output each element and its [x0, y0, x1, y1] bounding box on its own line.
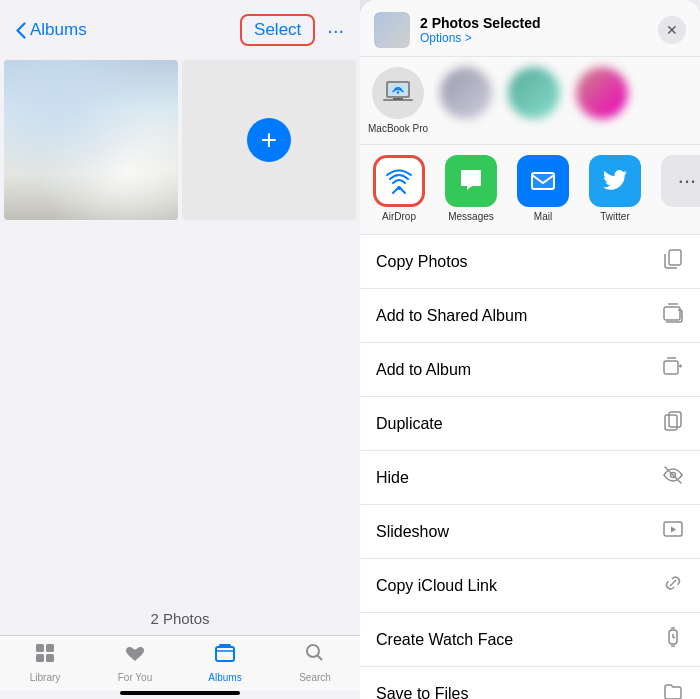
messages-icon	[445, 155, 497, 207]
tab-albums-label: Albums	[208, 672, 241, 683]
action-add-shared[interactable]: Add to Shared Album	[360, 289, 700, 343]
contact-person2[interactable]	[504, 67, 564, 134]
create-watch-icon	[662, 626, 684, 653]
action-copy-icloud[interactable]: Copy iCloud Link	[360, 559, 700, 613]
home-indicator	[120, 691, 240, 695]
add-album-icon	[662, 356, 684, 383]
tab-bar: Library For You Albums	[0, 635, 360, 691]
person3-avatar	[576, 67, 628, 119]
search-icon	[304, 642, 326, 670]
more-apps-icon: ···	[661, 155, 700, 207]
actions-list: Copy Photos Add to Shared Album Add to A…	[360, 235, 700, 699]
svg-rect-4	[216, 647, 234, 661]
svg-rect-17	[664, 361, 678, 374]
tab-albums[interactable]: Albums	[180, 642, 270, 683]
messages-label: Messages	[448, 211, 494, 222]
for-you-icon	[124, 642, 146, 670]
svg-point-6	[307, 645, 319, 657]
share-thumbnail	[374, 12, 410, 48]
save-files-icon	[662, 680, 684, 699]
contact-macbook[interactable]: MacBook Pro	[368, 67, 428, 134]
person2-avatar	[508, 67, 560, 119]
svg-rect-3	[46, 654, 54, 662]
photo-grid: +	[0, 56, 360, 602]
svg-rect-0	[36, 644, 44, 652]
photo-count: 2 Photos	[0, 602, 360, 635]
svg-rect-2	[36, 654, 44, 662]
app-mail[interactable]: Mail	[512, 155, 574, 222]
contacts-row: MacBook Pro	[360, 57, 700, 145]
app-more[interactable]: ···	[656, 155, 700, 222]
create-watch-label: Create Watch Face	[376, 631, 513, 649]
add-album-label: Add to Album	[376, 361, 471, 379]
add-album-cell[interactable]: +	[182, 60, 356, 220]
add-shared-label: Add to Shared Album	[376, 307, 527, 325]
tab-for-you-label: For You	[118, 672, 152, 683]
slideshow-icon	[662, 518, 684, 545]
airdrop-icon	[373, 155, 425, 207]
select-button[interactable]: Select	[240, 14, 315, 46]
twitter-label: Twitter	[600, 211, 629, 222]
svg-point-9	[397, 91, 399, 93]
duplicate-icon	[662, 410, 684, 437]
back-label: Albums	[30, 20, 87, 40]
copy-icloud-icon	[662, 572, 684, 599]
svg-rect-1	[46, 644, 54, 652]
share-sheet: 2 Photos Selected Options > ✕ MacBook Pr…	[360, 0, 700, 699]
action-save-files[interactable]: Save to Files	[360, 667, 700, 699]
duplicate-label: Duplicate	[376, 415, 443, 433]
slideshow-label: Slideshow	[376, 523, 449, 541]
app-twitter[interactable]: Twitter	[584, 155, 646, 222]
action-create-watch[interactable]: Create Watch Face	[360, 613, 700, 667]
albums-icon	[214, 642, 236, 670]
add-icon: +	[247, 118, 291, 162]
contact-person3[interactable]	[572, 67, 632, 134]
photos-panel: Albums Select ··· + 2 Photos	[0, 0, 360, 699]
copy-photos-icon	[662, 248, 684, 275]
action-slideshow[interactable]: Slideshow	[360, 505, 700, 559]
save-files-label: Save to Files	[376, 685, 468, 700]
copy-icloud-label: Copy iCloud Link	[376, 577, 497, 595]
copy-photos-label: Copy Photos	[376, 253, 468, 271]
macbook-name: MacBook Pro	[368, 123, 428, 134]
close-button[interactable]: ✕	[658, 16, 686, 44]
tab-search-label: Search	[299, 672, 331, 683]
action-copy-photos[interactable]: Copy Photos	[360, 235, 700, 289]
action-add-album[interactable]: Add to Album	[360, 343, 700, 397]
share-header: 2 Photos Selected Options > ✕	[360, 0, 700, 57]
back-button[interactable]: Albums	[16, 20, 87, 40]
apps-row: AirDrop Messages Mail	[360, 145, 700, 235]
hide-icon	[662, 464, 684, 491]
airdrop-label: AirDrop	[382, 211, 416, 222]
more-button[interactable]: ···	[327, 19, 344, 42]
twitter-icon	[589, 155, 641, 207]
mail-icon	[517, 155, 569, 207]
hide-label: Hide	[376, 469, 409, 487]
share-header-info: 2 Photos Selected Options >	[420, 15, 658, 45]
action-hide[interactable]: Hide	[360, 451, 700, 505]
tab-search[interactable]: Search	[270, 642, 360, 683]
app-messages[interactable]: Messages	[440, 155, 502, 222]
svg-point-12	[397, 186, 401, 190]
nav-bar: Albums Select ···	[0, 0, 360, 56]
action-duplicate[interactable]: Duplicate	[360, 397, 700, 451]
svg-rect-11	[393, 98, 403, 100]
svg-rect-5	[219, 644, 231, 646]
share-title: 2 Photos Selected	[420, 15, 658, 31]
svg-rect-13	[532, 173, 554, 189]
macbook-avatar	[372, 67, 424, 119]
svg-rect-15	[669, 250, 681, 265]
contact-person1[interactable]	[436, 67, 496, 134]
share-options-link[interactable]: Options >	[420, 31, 658, 45]
app-airdrop[interactable]: AirDrop	[368, 155, 430, 222]
tab-for-you[interactable]: For You	[90, 642, 180, 683]
photo-cell-1[interactable]	[4, 60, 178, 220]
tab-library-label: Library	[30, 672, 61, 683]
add-shared-icon	[662, 302, 684, 329]
library-icon	[34, 642, 56, 670]
nav-actions: Select ···	[240, 14, 344, 46]
tab-library[interactable]: Library	[0, 642, 90, 683]
svg-rect-16	[664, 307, 680, 320]
person1-avatar	[440, 67, 492, 119]
mail-label: Mail	[534, 211, 552, 222]
